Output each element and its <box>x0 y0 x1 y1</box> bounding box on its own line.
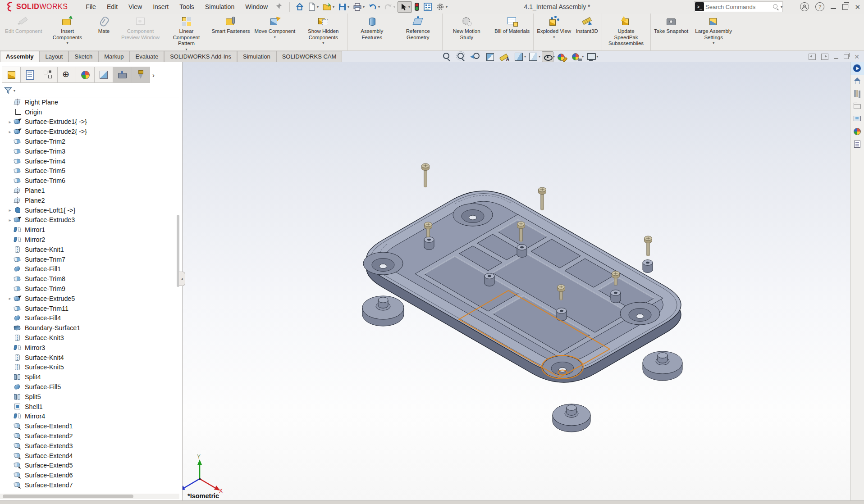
pin-icon[interactable] <box>275 3 282 11</box>
tree-item[interactable]: ▸ Surface-Trim6 <box>0 176 176 186</box>
commandmanager-tab[interactable]: Markup <box>98 51 129 62</box>
chevron-down-icon[interactable]: ▾ <box>363 5 365 9</box>
tree-item[interactable]: ▸ Surface-Fill1 <box>0 264 176 274</box>
panel-tab[interactable] <box>39 67 58 83</box>
tree-item[interactable]: ▸ Boundary-Surface1 <box>0 323 176 333</box>
chevron-down-icon[interactable]: ▾ <box>322 41 324 45</box>
save-icon[interactable]: ▾ <box>337 2 351 12</box>
heads-up-icon[interactable] <box>470 51 481 62</box>
ribbon-button[interactable]: Instant3D ▾ <box>573 14 602 50</box>
performance-pilot-icon[interactable] <box>413 1 421 12</box>
heads-up-icon[interactable] <box>585 51 597 62</box>
graphics-viewport[interactable]: Y X Z *Isometric <box>183 62 850 501</box>
tree-item[interactable]: ▸ Surface-Trim2 <box>0 136 176 146</box>
chevron-down-icon[interactable]: ▾ <box>317 5 319 9</box>
task-pane-tab[interactable] <box>850 87 864 100</box>
settings-gear-icon[interactable]: ▾ <box>434 1 449 12</box>
heads-up-icon[interactable] <box>556 51 568 62</box>
tree-item[interactable]: ▸ Surface-Extend4 <box>0 451 176 461</box>
minimize-icon[interactable] <box>831 8 836 9</box>
select-cursor-icon[interactable]: ▾ <box>398 1 412 13</box>
tree-item[interactable]: ▸ Surface-Extend6 <box>0 470 176 480</box>
chevron-down-icon[interactable]: ▾ <box>274 35 276 39</box>
ribbon-button[interactable]: Reference Geometry ▾ <box>395 14 443 50</box>
expand-arrow-icon[interactable]: ▸ <box>6 296 14 301</box>
ribbon-button[interactable]: Insert Components ▾ <box>44 14 90 50</box>
heads-up-icon[interactable] <box>441 51 453 62</box>
tree-item[interactable]: ▸ Surface-Trim9 <box>0 284 176 294</box>
ribbon-button[interactable]: Large Assembly Settings ▾ <box>690 14 736 50</box>
task-pane-tab[interactable] <box>850 75 864 87</box>
search-icon[interactable] <box>773 4 779 10</box>
tree-item[interactable]: ▸ Surface-Knit1 <box>0 245 176 254</box>
tree-item[interactable]: ▸ Plane2 <box>0 195 176 205</box>
ribbon-button[interactable]: Component Preview Window ▾ <box>117 14 163 50</box>
close-icon[interactable]: ✕ <box>855 4 860 10</box>
chevron-down-icon[interactable]: ▾ <box>378 5 380 9</box>
ribbon-button[interactable]: Edit Component ▾ <box>3 14 44 50</box>
help-icon[interactable]: ? <box>815 2 824 11</box>
tree-item[interactable]: ▸ Surface-Trim3 <box>0 146 176 156</box>
menu-item[interactable]: Insert <box>147 0 174 14</box>
chevron-down-icon[interactable]: ▾ <box>713 41 714 45</box>
task-pane-tab[interactable] <box>850 138 864 150</box>
filter-funnel-icon[interactable] <box>4 86 13 95</box>
panel-tab[interactable] <box>113 67 132 83</box>
chevron-down-icon[interactable]: ▾ <box>553 35 555 39</box>
tree-item[interactable]: ▸ Mirror4 <box>0 412 176 422</box>
print-icon[interactable]: ▾ <box>352 2 366 12</box>
assembly-3d-model[interactable]: Y X Z <box>183 62 850 501</box>
commandmanager-tab[interactable]: Layout <box>39 51 69 62</box>
tree-item[interactable]: ▸ Surface-Fill4 <box>0 313 176 323</box>
tree-item[interactable]: ▸ Mirror2 <box>0 235 176 245</box>
ribbon-button[interactable]: Assembly Features ▾ <box>349 14 395 50</box>
expand-arrow-icon[interactable]: ▸ <box>6 208 14 213</box>
tree-item[interactable]: ▸ Surface-Extend3 <box>0 441 176 451</box>
options-list-icon[interactable] <box>422 1 434 12</box>
tree-item[interactable]: ▸ Surface-Knit4 <box>0 353 176 363</box>
menu-item[interactable]: Tools <box>174 0 200 14</box>
commandmanager-tab[interactable]: Sketch <box>69 51 98 62</box>
ribbon-button[interactable]: Update SpeedPak Subassemblies ▾ <box>603 14 651 50</box>
collapse-left-pane-icon[interactable] <box>809 54 816 60</box>
task-pane-tab[interactable] <box>850 125 864 138</box>
restore-icon[interactable] <box>842 4 848 10</box>
menu-item[interactable]: Simulation <box>200 0 240 14</box>
task-pane-tab[interactable] <box>850 113 864 125</box>
search-input[interactable] <box>704 3 773 11</box>
chevron-down-icon[interactable]: ▾ <box>14 89 15 93</box>
user-account-icon[interactable] <box>800 2 809 11</box>
undo-icon[interactable]: ▾ <box>367 2 381 12</box>
tree-item[interactable]: ▸ Surface-Trim8 <box>0 274 176 284</box>
heads-up-icon[interactable] <box>513 51 525 62</box>
commandmanager-tab[interactable]: Simulation <box>237 51 276 62</box>
collapse-right-pane-icon[interactable] <box>821 54 828 60</box>
ribbon-button[interactable]: Smart Fasteners ▾ <box>209 14 252 50</box>
ribbon-button[interactable]: Take Snapshot ▾ <box>652 14 690 50</box>
tree-item[interactable]: ▸ Surface-Extend7 <box>0 480 176 490</box>
tree-item[interactable]: ▸ Right Plane <box>0 97 176 107</box>
chevron-down-icon[interactable]: ▾ <box>66 41 68 45</box>
menu-item[interactable]: Edit <box>101 0 123 14</box>
tree-item[interactable]: ▸ Surface-Loft1{ ->} <box>0 205 176 215</box>
menu-item[interactable]: File <box>80 0 101 14</box>
tree-item[interactable]: ▸ Mirror1 <box>0 225 176 235</box>
menu-item[interactable]: View <box>123 0 147 14</box>
commandmanager-tab[interactable]: SOLIDWORKS CAM <box>276 51 343 62</box>
tree-item[interactable]: ▸ Surface-Extrude1{ ->} <box>0 117 176 127</box>
heads-up-icon[interactable] <box>455 51 467 62</box>
ribbon-button[interactable]: Exploded View ▾ <box>535 14 573 50</box>
tree-item[interactable]: ▸ Surface-Knit3 <box>0 333 176 343</box>
search-launcher-icon[interactable]: >_ <box>695 2 704 11</box>
chevron-down-icon[interactable]: ▾ <box>347 5 349 9</box>
expand-arrow-icon[interactable]: ▸ <box>6 218 14 222</box>
tree-item[interactable]: ▸ Shell1 <box>0 402 176 412</box>
panel-tab[interactable] <box>20 67 39 83</box>
ribbon-button[interactable]: New Motion Study ▾ <box>443 14 491 50</box>
commandmanager-tab[interactable]: SOLIDWORKS Add-Ins <box>164 51 237 62</box>
home-icon[interactable] <box>294 1 306 12</box>
panel-tab[interactable] <box>2 67 21 83</box>
scrollbar-thumb[interactable] <box>3 495 133 498</box>
tree-item[interactable]: ▸ Mirror3 <box>0 343 176 353</box>
tree-item[interactable]: ▸ Surface-Trim4 <box>0 156 176 166</box>
